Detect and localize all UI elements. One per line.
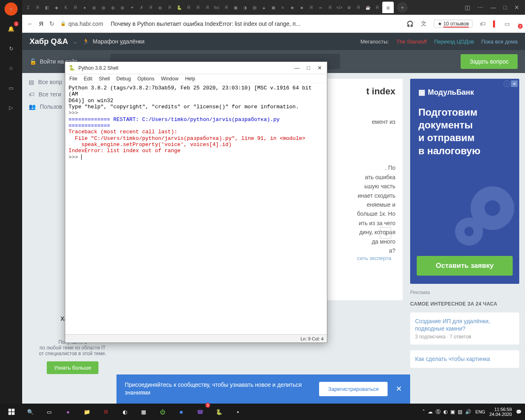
browser-tab[interactable]: ▲: [260, 2, 268, 13]
idle-max-icon[interactable]: □: [307, 65, 310, 71]
browser-tab[interactable]: ▤: [250, 2, 259, 13]
tray-skype-icon[interactable]: Ⓢ: [436, 409, 441, 415]
ext-icon[interactable]: ▌: [493, 21, 497, 27]
ad-info-icon[interactable]: i: [504, 80, 510, 87]
bell-icon[interactable]: 🔔1: [5, 22, 18, 35]
browser-tab[interactable]: Z: [24, 2, 32, 13]
browser-tab[interactable]: K: [62, 2, 70, 13]
ext2-icon[interactable]: ▭: [504, 21, 510, 27]
browser-tab[interactable]: Я: [184, 2, 193, 13]
browser-tab[interactable]: ✿: [345, 2, 353, 13]
browser-tab[interactable]: ■: [297, 2, 306, 13]
ad-close-icon[interactable]: ✕: [511, 80, 518, 87]
tray-notifications-icon[interactable]: 💬: [516, 409, 522, 415]
back-button[interactable]: ←: [27, 20, 33, 27]
idle-menu-edit[interactable]: Edit: [84, 76, 92, 82]
start-button[interactable]: [2, 404, 21, 420]
headphones-icon[interactable]: 🎧: [406, 21, 413, 27]
browser-tab[interactable]: ◧: [43, 2, 51, 13]
megapost-link[interactable]: Пока все дома: [482, 39, 518, 45]
browser-tab[interactable]: ✦: [128, 2, 136, 13]
taskview-icon[interactable]: ▭: [40, 404, 58, 420]
tray-clock[interactable]: 11:56:59 24.04.2020: [489, 407, 512, 417]
idle-menu-shell[interactable]: Shell: [99, 76, 110, 82]
browser-tab[interactable]: ▣: [231, 2, 240, 13]
zoom-icon[interactable]: ■: [172, 404, 190, 420]
tray-lang[interactable]: ENG: [475, 409, 485, 414]
idle-close-icon[interactable]: ✕: [317, 65, 322, 71]
play-icon[interactable]: ▷: [5, 101, 18, 114]
new-tab-button[interactable]: +: [397, 2, 408, 13]
browser-tab[interactable]: ◆: [52, 2, 61, 13]
translate-icon[interactable]: 文: [421, 20, 427, 27]
browser-tab[interactable]: ◑: [241, 2, 249, 13]
split-icon[interactable]: ◫: [465, 4, 470, 11]
tray-ydisk-icon[interactable]: ◐: [443, 409, 447, 415]
browser2-icon[interactable]: ◐: [116, 404, 134, 420]
interest-item[interactable]: Создание ИП для удалёнки, подводные камн…: [410, 313, 519, 345]
tray-icon[interactable]: ▣: [450, 409, 455, 415]
browser-tab[interactable]: ◍: [156, 2, 164, 13]
viber-icon[interactable]: ☎3: [191, 404, 209, 420]
dots-icon[interactable]: ⋯: [477, 4, 483, 11]
browser-tab[interactable]: ◍: [118, 2, 127, 13]
bookmark-icon[interactable]: ☆: [5, 62, 18, 75]
idle-console[interactable]: Python 3.8.2 (tags/v3.8.2:7b3ab59, Feb 2…: [65, 83, 327, 334]
browser-tab[interactable]: Я: [373, 2, 381, 13]
browser-tab[interactable]: 🐍: [175, 2, 183, 13]
ad-cta-button[interactable]: Оставить заявку: [417, 256, 513, 276]
interest-item[interactable]: Как сделать чтобы картинка: [410, 350, 519, 368]
idle-menu-help[interactable]: Help: [185, 76, 195, 82]
promo-more-button[interactable]: Узнать больше: [47, 361, 98, 374]
marathon-link[interactable]: 🏃 Марафон удалёнки: [82, 38, 144, 45]
close-icon[interactable]: ✕: [514, 4, 519, 11]
invite-expert-link[interactable]: сить эксперта: [357, 255, 391, 261]
idle-taskbar-icon[interactable]: 🐍: [210, 404, 228, 420]
tray-cloud-icon[interactable]: ☁: [428, 409, 433, 415]
idle-titlebar[interactable]: 🐍 Python 3.8.2 Shell — □ ✕: [65, 62, 327, 74]
yandex-icon[interactable]: Я: [39, 20, 43, 27]
idle-min-icon[interactable]: —: [294, 65, 299, 71]
browser-tab[interactable]: ◍: [99, 2, 108, 13]
tray-chevron-icon[interactable]: ˄: [422, 409, 425, 415]
idle-menu-debug[interactable]: Debug: [116, 76, 131, 82]
alisa-icon[interactable]: ●: [59, 404, 77, 420]
browser-tab[interactable]: Я: [326, 2, 334, 13]
idle-menu-options[interactable]: Options: [137, 76, 154, 82]
browser-tab[interactable]: Я: [194, 2, 202, 13]
idle-menu-file[interactable]: File: [69, 76, 77, 82]
browser-tab[interactable]: ∞: [316, 2, 325, 13]
browser-tab[interactable]: ☻: [288, 2, 297, 13]
megapost-link[interactable]: The Standoff: [396, 39, 427, 45]
browser-tab[interactable]: Я: [165, 2, 174, 13]
browser-tab[interactable]: ▣: [269, 2, 278, 13]
cmd-icon[interactable]: ▪: [229, 404, 247, 420]
join-close-icon[interactable]: ✕: [396, 384, 402, 393]
site-brand[interactable]: Хабр Q&A: [30, 37, 68, 46]
yandex-browser-icon[interactable]: Я: [97, 404, 115, 420]
browser-tab[interactable]: ☕: [363, 2, 372, 13]
browser-tab[interactable]: Я: [222, 2, 231, 13]
downloads-icon[interactable]: ↓2: [517, 21, 520, 27]
browser-tab-active[interactable]: ◎: [382, 2, 394, 13]
avatar-icon[interactable]: т: [5, 2, 18, 16]
history-icon[interactable]: ↻: [5, 42, 18, 55]
url-box[interactable]: 🔒 qna.habr.com: [60, 21, 103, 27]
bookmark-page-icon[interactable]: 🏷: [480, 21, 486, 27]
browser-tab[interactable]: ✗: [137, 2, 146, 13]
browser-tab[interactable]: Я: [33, 2, 42, 13]
ad-banner[interactable]: i ✕ ▦МодульБанк Подготовим документы и о…: [410, 79, 519, 284]
idle-menu-window[interactable]: Window: [161, 76, 178, 82]
browser-tab[interactable]: foc: [212, 2, 221, 13]
chevron-down-icon[interactable]: ⌄: [73, 39, 78, 45]
reviews-badge[interactable]: ★ 10 отзывов: [434, 20, 472, 28]
browser-tab[interactable]: Я: [307, 2, 315, 13]
browser-tab[interactable]: Я: [71, 2, 80, 13]
browser-tab[interactable]: Я: [146, 2, 155, 13]
browser-tab[interactable]: ◍: [90, 2, 98, 13]
browser-tab[interactable]: ≡: [278, 2, 287, 13]
tray-icon[interactable]: ▤: [458, 409, 462, 415]
collections-icon[interactable]: ▭: [5, 81, 18, 94]
tray-speaker-icon[interactable]: 🔊: [465, 409, 471, 415]
browser-tab[interactable]: Я: [354, 2, 363, 13]
